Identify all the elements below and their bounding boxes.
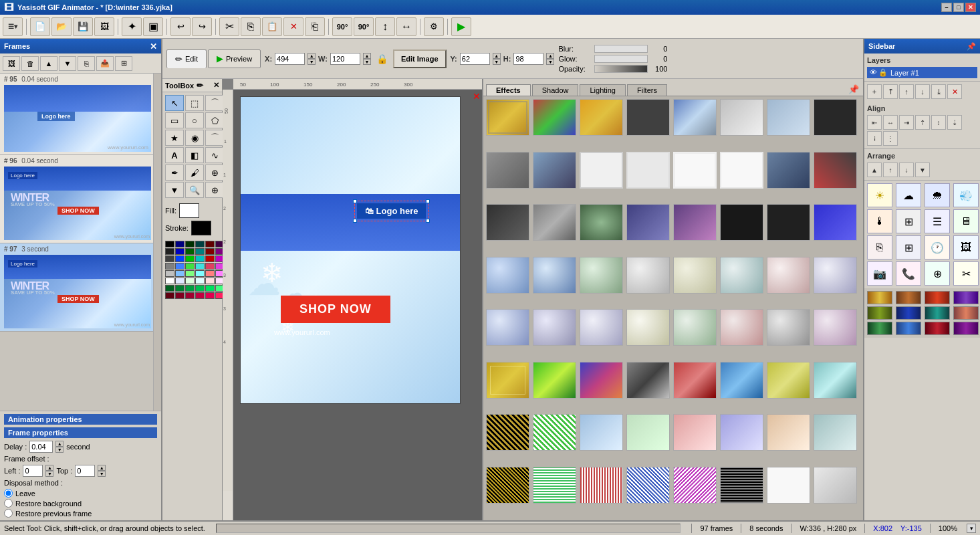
export-btn[interactable]: 🖼 [94,17,114,36]
effect-cut2-btn[interactable]: ✂ [953,261,979,286]
gradient-olive[interactable] [867,306,892,320]
layer-visible-icon[interactable]: 👁 [870,68,877,77]
color-pale-cyan[interactable] [195,278,205,284]
color-pink[interactable] [205,263,215,270]
clips-tab-shadow[interactable]: Shadow [532,84,579,96]
y-spinner[interactable]: ▲ ▼ [493,53,501,65]
effect-photo-btn[interactable]: 🖼 [953,235,979,259]
tool-curve[interactable]: ∿ [205,147,224,163]
effect-cloud-btn[interactable]: ☁ [896,183,921,207]
effect-duplicate-btn[interactable]: ⊞ [896,235,921,259]
align-center-v-btn[interactable]: ↕ [931,115,946,130]
clip-49[interactable] [486,414,529,451]
tool-zoom[interactable]: 🔍 [185,182,204,198]
color-white[interactable] [165,278,174,284]
layer-move-up-btn[interactable]: ↑ [899,84,914,99]
color-blue3[interactable] [175,255,185,262]
gradient-gold[interactable] [867,291,892,304]
effect-thermo-btn[interactable]: 🌡 [867,209,892,233]
color-g5[interactable] [205,285,215,292]
color-g4[interactable] [195,285,205,292]
disposal-leave[interactable]: Leave [4,489,157,498]
color-midgray[interactable] [165,263,174,270]
status-zoom-btn[interactable]: ▾ [967,524,976,533]
clip-33[interactable] [486,309,529,346]
left-input[interactable] [23,465,43,477]
color-gray[interactable] [165,255,174,262]
clip-17[interactable] [486,204,529,241]
clip-47[interactable] [767,362,810,399]
color-teal[interactable] [195,248,205,255]
top-input[interactable] [75,465,95,477]
frames-select-all-btn[interactable]: ⊞ [115,56,132,71]
color-red2[interactable] [205,248,215,255]
color-ltred[interactable] [205,270,215,277]
toolbox-close-icon[interactable]: ✕ [213,81,219,90]
tool-spiral[interactable]: ◉ [185,130,204,146]
stroke-color-box[interactable] [191,221,211,235]
color-darkgreen[interactable] [185,241,195,247]
canvas-close-x[interactable]: ✕ [473,91,481,102]
tool-gradient-fill[interactable]: ◧ [185,147,204,163]
color-red3[interactable] [205,255,215,262]
flip-v-btn[interactable]: ↕ [375,17,395,36]
clip-29[interactable] [673,257,717,294]
clip-50[interactable] [533,414,576,451]
clips-tab-lighting[interactable]: Lighting [580,84,626,96]
tool-rectangle[interactable]: ▭ [165,112,184,128]
clip-56[interactable] [814,414,857,451]
color-ltgray[interactable] [165,270,174,277]
rotate-cw-btn[interactable]: 90° [332,17,352,36]
clip-10[interactable] [533,152,576,189]
frame-item-95[interactable]: # 95 0.04 second Logo here www.yoururl.c… [0,74,153,155]
clip-9[interactable] [486,152,529,189]
tool-bucket[interactable]: ▼ [165,182,184,198]
clip-23[interactable] [767,204,810,241]
layer-1-item[interactable]: 👁 🔒 Layer #1 [867,67,977,78]
frames-duplicate-btn[interactable]: ⎘ [78,56,95,71]
frames-delete-btn[interactable]: 🗑 [21,56,39,71]
frame-manage-btn[interactable]: ▣ [143,17,163,36]
redo-btn[interactable]: ↪ [192,17,212,36]
status-scrollbar[interactable] [216,524,681,533]
layer-delete-btn[interactable]: ✕ [947,84,962,99]
frame-item-96[interactable]: # 96 0.04 second WINTER SHOP NOW Logo he… [0,155,153,243]
clip-27[interactable] [580,257,623,294]
canvas-content[interactable]: 🛍 Logo here ❄ [233,90,482,520]
clip-26[interactable] [533,257,576,294]
clip-15[interactable] [767,152,810,189]
clip-61[interactable] [673,467,717,504]
effect-grid-btn[interactable]: ⊞ [896,209,921,233]
color-r4[interactable] [195,292,205,299]
effect-phone-btn[interactable]: 📞 [896,261,921,286]
blur-slider[interactable] [594,45,648,53]
align-bottom-btn[interactable]: ⇣ [947,115,962,130]
layer-lock-icon[interactable]: 🔒 [878,68,888,77]
copy-btn[interactable]: ⎘ [241,17,261,36]
color-ltgreen[interactable] [185,270,195,277]
x-spinner[interactable]: ▲ ▼ [308,53,316,65]
gradient-navy[interactable] [896,306,921,320]
delay-spinner[interactable]: ▲ ▼ [55,441,64,453]
arrange-forward-btn[interactable]: ↑ [883,163,898,177]
frames-move-up-btn[interactable]: ▲ [40,56,57,71]
color-skyblue[interactable] [175,263,185,270]
clip-18[interactable] [533,204,576,241]
clip-4[interactable] [626,99,670,136]
left-up-btn[interactable]: ▲ [45,465,53,471]
clip-36[interactable] [626,309,670,346]
clip-45[interactable] [673,362,717,399]
clip-51[interactable] [580,414,623,451]
logo-text-object[interactable]: 🛍 Logo here [354,201,428,221]
gradient-violet[interactable] [953,291,979,304]
clip-48[interactable] [814,362,857,399]
color-pale-red[interactable] [205,278,215,284]
color-ltcyan[interactable] [195,263,205,270]
color-ltcyan2[interactable] [195,270,205,277]
color-r3[interactable] [185,292,195,299]
arrange-back-btn[interactable]: ▼ [915,163,930,177]
color-darkblue[interactable] [175,241,185,247]
clip-64[interactable] [814,467,857,504]
delay-down-btn[interactable]: ▼ [55,447,64,453]
clip-59[interactable] [580,467,623,504]
